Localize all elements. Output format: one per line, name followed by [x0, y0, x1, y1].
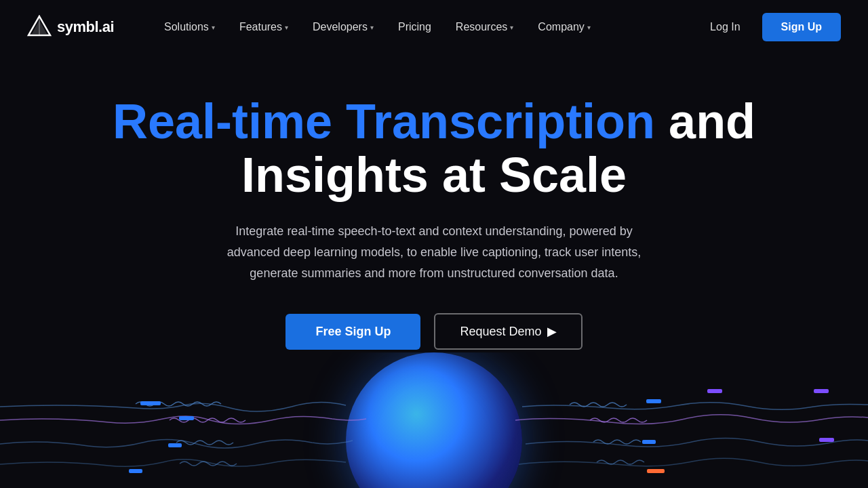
login-button[interactable]: Log In: [699, 16, 751, 39]
indicator-dot: [646, 399, 661, 403]
nav-signup-button[interactable]: Sign Up: [762, 13, 841, 41]
indicator-dot: [819, 438, 834, 442]
nav-item-pricing[interactable]: Pricing: [389, 16, 441, 39]
logo-icon: [27, 15, 52, 39]
indicator-dot: [129, 469, 142, 473]
wave-lines-svg: [0, 352, 868, 488]
indicator-dot: [647, 469, 665, 473]
nav-auth: Log In Sign Up: [699, 13, 841, 41]
indicator-dot: [814, 389, 829, 393]
hero-buttons: Free Sign Up Request Demo ▶: [285, 313, 582, 350]
request-demo-button[interactable]: Request Demo ▶: [434, 313, 582, 350]
chevron-down-icon: ▾: [370, 24, 374, 31]
hero-subtitle: Integrate real-time speech-to-text and c…: [210, 221, 658, 283]
nav-item-solutions[interactable]: Solutions ▾: [155, 16, 224, 39]
nav-item-company[interactable]: Company ▾: [528, 16, 599, 39]
nav-item-developers[interactable]: Developers ▾: [303, 16, 383, 39]
indicator-dot: [707, 389, 722, 393]
hero-title: Real-time Transcription and Insights at …: [102, 95, 766, 202]
logo-text: symbl.ai: [57, 18, 114, 36]
indicator-dot: [179, 416, 194, 420]
nav-item-resources[interactable]: Resources ▾: [446, 16, 523, 39]
arrow-right-icon: ▶: [547, 324, 557, 339]
indicator-dot: [140, 401, 161, 405]
chevron-down-icon: ▾: [285, 24, 288, 31]
chevron-down-icon: ▾: [212, 24, 215, 31]
nav-links: Solutions ▾ Features ▾ Developers ▾ Pric…: [155, 16, 699, 39]
free-signup-button[interactable]: Free Sign Up: [285, 314, 420, 350]
visualization-area: [0, 352, 868, 488]
nav-item-features[interactable]: Features ▾: [230, 16, 298, 39]
chevron-down-icon: ▾: [587, 24, 591, 31]
hero-section: Real-time Transcription and Insights at …: [0, 54, 868, 350]
indicator-dot: [642, 440, 656, 444]
chevron-down-icon: ▾: [510, 24, 513, 31]
indicator-dot: [168, 443, 182, 447]
logo[interactable]: symbl.ai: [27, 15, 114, 39]
navbar: symbl.ai Solutions ▾ Features ▾ Develope…: [0, 0, 868, 54]
